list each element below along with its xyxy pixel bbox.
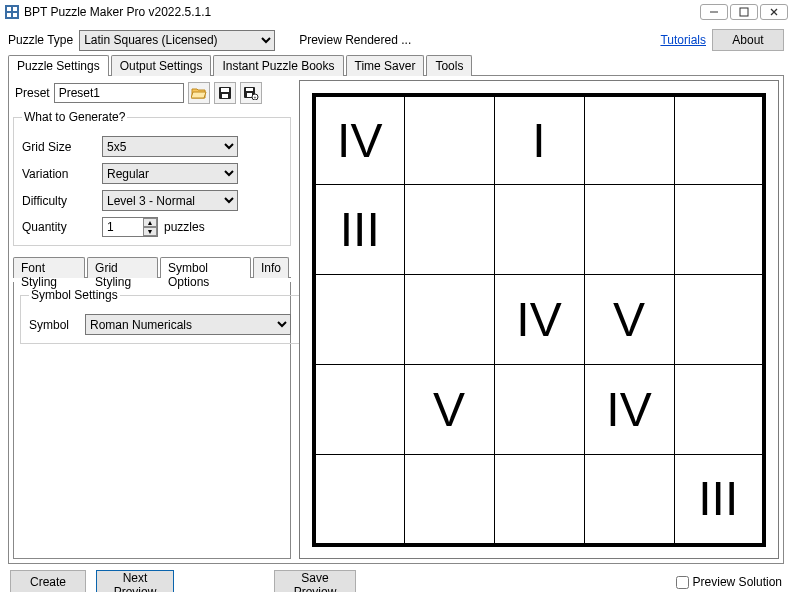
open-preset-button[interactable] — [188, 82, 210, 104]
grid-cell — [314, 455, 404, 545]
symbol-select[interactable]: Roman Numericals — [85, 314, 291, 335]
grid-cell — [674, 365, 764, 455]
grid-cell: III — [674, 455, 764, 545]
grid-cell — [674, 185, 764, 275]
about-button[interactable]: About — [712, 29, 784, 51]
grid-cell: I — [494, 95, 584, 185]
grid-cell — [404, 185, 494, 275]
grid-cell — [584, 95, 674, 185]
sub-tabs: Font Styling Grid Styling Symbol Options… — [13, 256, 291, 278]
subtab-font-styling[interactable]: Font Styling — [13, 257, 85, 278]
quantity-unit: puzzles — [164, 220, 205, 234]
svg-rect-13 — [246, 88, 253, 91]
top-row: Puzzle Type Latin Squares (Licensed) Pre… — [0, 24, 792, 52]
symbol-label: Symbol — [29, 318, 85, 332]
tab-puzzle-settings[interactable]: Puzzle Settings — [8, 55, 109, 76]
save-as-icon: + — [243, 86, 259, 100]
close-button[interactable] — [760, 4, 788, 20]
grid-size-label: Grid Size — [22, 140, 102, 154]
next-preview-button[interactable]: Next Preview — [96, 570, 174, 592]
puzzle-grid: IVIIIIIVVVIVIII — [312, 93, 766, 547]
preview-solution-label: Preview Solution — [693, 575, 782, 589]
grid-cell: III — [314, 185, 404, 275]
app-icon — [4, 4, 20, 20]
preset-label: Preset — [15, 86, 50, 100]
minimize-button[interactable] — [700, 4, 728, 20]
grid-cell — [494, 365, 584, 455]
preview-solution-input[interactable] — [676, 576, 689, 589]
preview-solution-checkbox[interactable]: Preview Solution — [676, 575, 782, 589]
window-controls — [700, 4, 788, 20]
symbol-settings-group: Symbol Settings Symbol Roman Numericals — [20, 288, 300, 344]
grid-cell — [674, 95, 764, 185]
window-title: BPT Puzzle Maker Pro v2022.5.1.1 — [24, 5, 696, 19]
grid-cell — [494, 185, 584, 275]
grid-cell: IV — [314, 95, 404, 185]
tab-tools[interactable]: Tools — [426, 55, 472, 76]
svg-rect-4 — [13, 13, 17, 17]
symbol-settings-legend: Symbol Settings — [29, 288, 120, 302]
subtab-info[interactable]: Info — [253, 257, 289, 278]
grid-cell: IV — [494, 275, 584, 365]
difficulty-select[interactable]: Level 3 - Normal — [102, 190, 238, 211]
svg-rect-6 — [740, 8, 748, 16]
grid-size-select[interactable]: 5x5 — [102, 136, 238, 157]
grid-cell — [404, 455, 494, 545]
grid-cell: IV — [584, 365, 674, 455]
create-button[interactable]: Create — [10, 570, 86, 592]
grid-cell — [314, 365, 404, 455]
svg-rect-10 — [221, 88, 229, 92]
variation-label: Variation — [22, 167, 102, 181]
svg-text:+: + — [253, 94, 256, 100]
puzzle-type-label: Puzzle Type — [8, 33, 73, 47]
save-preview-button[interactable]: Save Preview — [274, 570, 356, 592]
subtab-grid-styling[interactable]: Grid Styling — [87, 257, 158, 278]
grid-cell: V — [584, 275, 674, 365]
quantity-label: Quantity — [22, 220, 102, 234]
save-icon — [218, 86, 232, 100]
difficulty-label: Difficulty — [22, 194, 102, 208]
svg-rect-14 — [247, 93, 252, 97]
svg-rect-2 — [13, 7, 17, 11]
grid-cell — [674, 275, 764, 365]
grid-cell — [494, 455, 584, 545]
svg-rect-1 — [7, 7, 11, 11]
tab-instant-puzzle-books[interactable]: Instant Puzzle Books — [213, 55, 343, 76]
preset-row: Preset + — [13, 80, 291, 106]
puzzle-type-select[interactable]: Latin Squares (Licensed) — [79, 30, 275, 51]
quantity-spinner[interactable]: ▲▼ — [143, 218, 157, 236]
main-panel: Preset + What to Generate? Grid Size 5x5… — [8, 76, 784, 564]
subtab-symbol-options[interactable]: Symbol Options — [160, 257, 251, 278]
grid-cell — [584, 185, 674, 275]
folder-open-icon — [191, 86, 207, 100]
tab-output-settings[interactable]: Output Settings — [111, 55, 212, 76]
save-preset-as-button[interactable]: + — [240, 82, 262, 104]
tab-time-saver[interactable]: Time Saver — [346, 55, 425, 76]
svg-rect-11 — [222, 94, 228, 98]
variation-select[interactable]: Regular — [102, 163, 238, 184]
grid-cell — [314, 275, 404, 365]
tutorials-link[interactable]: Tutorials — [660, 33, 706, 47]
grid-cell — [404, 275, 494, 365]
title-bar: BPT Puzzle Maker Pro v2022.5.1.1 — [0, 0, 792, 24]
preview-frame: IVIIIIIVVVIVIII — [299, 80, 779, 559]
left-column: Preset + What to Generate? Grid Size 5x5… — [13, 80, 291, 559]
save-preset-button[interactable] — [214, 82, 236, 104]
preset-input[interactable] — [54, 83, 184, 103]
what-to-generate-legend: What to Generate? — [22, 110, 127, 124]
bottom-row: Create Next Preview Save Preview Preview… — [0, 564, 792, 592]
what-to-generate-group: What to Generate? Grid Size 5x5 Variatio… — [13, 110, 291, 246]
svg-rect-3 — [7, 13, 11, 17]
grid-cell: V — [404, 365, 494, 455]
grid-cell — [404, 95, 494, 185]
status-text: Preview Rendered ... — [299, 33, 411, 47]
right-column: IVIIIIIVVVIVIII — [299, 80, 779, 559]
main-tabs: Puzzle Settings Output Settings Instant … — [8, 54, 784, 76]
maximize-button[interactable] — [730, 4, 758, 20]
sub-panel: Symbol Settings Symbol Roman Numericals — [13, 282, 291, 559]
grid-cell — [584, 455, 674, 545]
